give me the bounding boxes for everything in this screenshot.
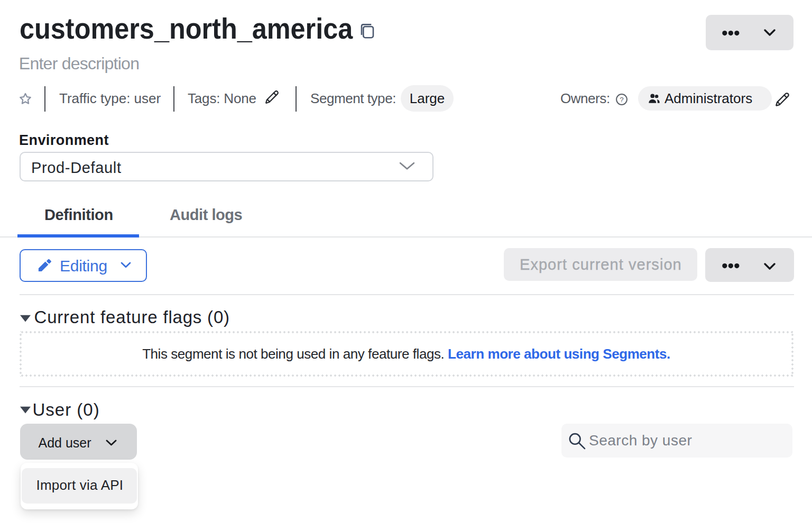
- svg-text:?: ?: [620, 96, 624, 104]
